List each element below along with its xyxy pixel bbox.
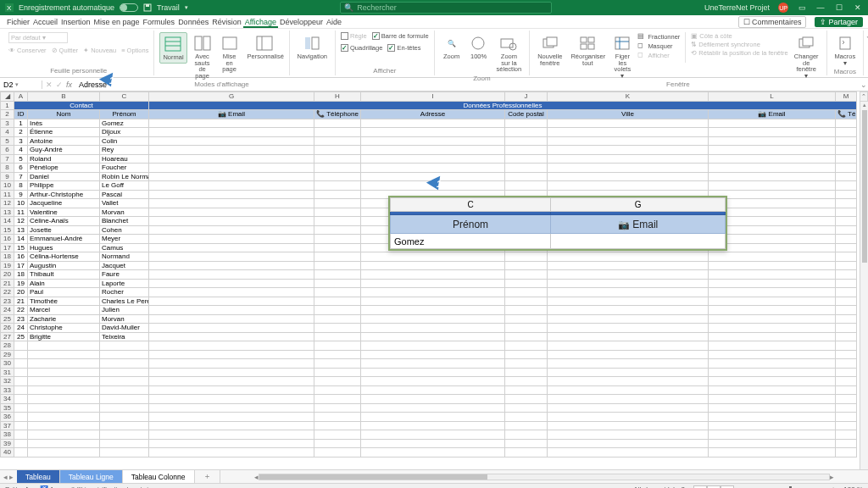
- view-layout-icon[interactable]: [707, 485, 721, 489]
- table-row[interactable]: 39: [1, 439, 857, 448]
- row-header[interactable]: 8: [1, 164, 14, 173]
- table-row[interactable]: 7 5RolandHoareau: [1, 154, 857, 164]
- table-row[interactable]: 21 19AlainLaporte: [1, 279, 857, 288]
- row-header[interactable]: 27: [1, 332, 14, 341]
- table-row[interactable]: 38: [1, 430, 857, 440]
- new-window-button[interactable]: Nouvelle fenêtre: [535, 32, 565, 68]
- formulabar-checkbox[interactable]: ✓: [372, 32, 380, 40]
- comments-button[interactable]: ☐ Commentaires: [738, 16, 807, 28]
- table-row[interactable]: 18 16Célina-HortenseNormand: [1, 252, 857, 262]
- row-header[interactable]: 31: [1, 368, 14, 377]
- side-by-side-button[interactable]: ▣ Côte à côte: [691, 32, 787, 40]
- row-header[interactable]: 7: [1, 154, 14, 164]
- table-row[interactable]: 33: [1, 385, 857, 395]
- sync-scroll-button[interactable]: ⇅ Défilement synchrone: [691, 41, 787, 48]
- tab-nav-next-icon[interactable]: ▸: [9, 473, 14, 481]
- sheet-tab[interactable]: Tableau Colonne: [123, 470, 195, 483]
- row-header[interactable]: 6: [1, 146, 14, 155]
- hide-button[interactable]: ◻ Masquer: [637, 42, 680, 50]
- zoom-selection-button[interactable]: Zoom sur la sélection: [494, 32, 525, 75]
- row-header[interactable]: 1: [1, 101, 14, 110]
- pagebreak-view-button[interactable]: Avec sauts de page: [191, 32, 214, 80]
- row-header[interactable]: 34: [1, 395, 14, 404]
- minimize-icon[interactable]: —: [815, 3, 826, 13]
- split-button[interactable]: ▤ Fractionner: [637, 32, 680, 41]
- avatar[interactable]: UP: [778, 3, 788, 13]
- col-header-H[interactable]: H: [314, 92, 361, 102]
- switch-window-button[interactable]: Changer de fenêtre ▾: [792, 32, 821, 80]
- col-header-J[interactable]: J: [505, 92, 548, 102]
- table-row[interactable]: 6 4Guy-AndréRey: [1, 146, 857, 155]
- hdr-prenom[interactable]: Prénom: [100, 110, 149, 119]
- row-header[interactable]: 20: [1, 270, 14, 280]
- table-row[interactable]: 8 6PénélopeFoucher: [1, 164, 857, 173]
- menu-item-formules[interactable]: Formules: [142, 18, 177, 26]
- formula-input[interactable]: Adresse 1: [75, 80, 860, 89]
- table-row[interactable]: 37: [1, 421, 857, 430]
- view-break-icon[interactable]: [721, 485, 734, 489]
- new-view-button[interactable]: ✦ Nouveau: [83, 47, 116, 54]
- hdr-id[interactable]: ID: [14, 110, 28, 119]
- table-row[interactable]: 30: [1, 359, 857, 369]
- row-header[interactable]: 22: [1, 288, 14, 297]
- hdr-nom[interactable]: Nom: [28, 110, 100, 119]
- row-header[interactable]: 17: [1, 243, 14, 252]
- col-header-I[interactable]: I: [361, 92, 505, 102]
- hdr-cp[interactable]: Code postal: [505, 110, 548, 119]
- fx-icon[interactable]: fx: [66, 80, 72, 89]
- row-header[interactable]: 13: [1, 208, 14, 217]
- autosave-toggle[interactable]: [120, 3, 138, 12]
- enter-formula-icon[interactable]: ✓: [56, 80, 63, 89]
- search-box[interactable]: 🔍 Rechercher: [340, 2, 552, 14]
- row-header[interactable]: 19: [1, 261, 14, 270]
- expand-formula-icon[interactable]: ⌄: [860, 80, 868, 89]
- table-row[interactable]: 28: [1, 341, 857, 351]
- close-icon[interactable]: ✕: [853, 3, 863, 13]
- doc-name[interactable]: Travail: [157, 3, 180, 12]
- worksheet-grid[interactable]: ◢ A B C G H I J K L M 1ContactDonnées Pr…: [0, 92, 868, 469]
- row-header[interactable]: 29: [1, 350, 14, 359]
- ruler-checkbox[interactable]: [341, 32, 348, 40]
- zoom-button[interactable]: 🔍Zoom: [440, 32, 464, 62]
- collapse-formula-icon[interactable]: ⌃: [860, 92, 868, 102]
- sheet-tab[interactable]: Tableau Ligne: [60, 470, 123, 483]
- row-header[interactable]: 11: [1, 190, 14, 199]
- table-row[interactable]: 29: [1, 350, 857, 359]
- col-header-A[interactable]: A: [14, 92, 28, 102]
- cancel-formula-icon[interactable]: ✕: [46, 80, 53, 89]
- col-header-B[interactable]: B: [28, 92, 100, 102]
- row-header[interactable]: 14: [1, 217, 14, 226]
- row-header[interactable]: 9: [1, 172, 14, 181]
- quit-button[interactable]: ⊘ Quitter: [52, 47, 79, 54]
- table-row[interactable]: 32: [1, 377, 857, 386]
- hdr-email2[interactable]: 📷 Email: [709, 110, 836, 119]
- col-header-G[interactable]: G: [149, 92, 314, 102]
- row-header[interactable]: 16: [1, 235, 14, 244]
- table-row[interactable]: 31: [1, 368, 857, 377]
- freeze-panes-button[interactable]: Figer les volets ▾: [610, 32, 634, 80]
- table-row[interactable]: 27 25BrigitteTeixeira: [1, 332, 857, 341]
- custom-view-button[interactable]: Personnalisé: [245, 32, 284, 62]
- sheet-tab[interactable]: Tableau: [17, 470, 60, 483]
- menu-item-développeur[interactable]: Développeur: [278, 18, 325, 26]
- table-row[interactable]: 23 21TimothéeCharles Le Perez: [1, 297, 857, 306]
- hdr-email[interactable]: 📷 Email: [149, 110, 314, 119]
- macros-button[interactable]: Macros ▾: [832, 32, 859, 68]
- row-header[interactable]: 5: [1, 136, 14, 146]
- merge-contact[interactable]: Contact: [14, 101, 149, 110]
- row-header[interactable]: 39: [1, 439, 14, 448]
- table-row[interactable]: 36: [1, 413, 857, 422]
- menu-item-mise-en-page[interactable]: Mise en page: [92, 18, 142, 26]
- row-header[interactable]: 12: [1, 199, 14, 208]
- row-header[interactable]: 40: [1, 448, 14, 458]
- vertical-scrollbar[interactable]: ▴: [860, 102, 868, 469]
- col-header-L[interactable]: L: [709, 92, 836, 102]
- add-sheet-button[interactable]: ＋: [195, 470, 220, 483]
- reset-pos-button[interactable]: ⟲ Rétablir la position de la fenêtre: [691, 49, 787, 57]
- row-header[interactable]: 32: [1, 377, 14, 386]
- row-header[interactable]: 35: [1, 403, 14, 413]
- row-header[interactable]: 36: [1, 413, 14, 422]
- gridlines-checkbox[interactable]: ✓: [341, 44, 348, 52]
- share-button[interactable]: ⇪ Partager: [815, 17, 863, 27]
- row-header[interactable]: 28: [1, 341, 14, 351]
